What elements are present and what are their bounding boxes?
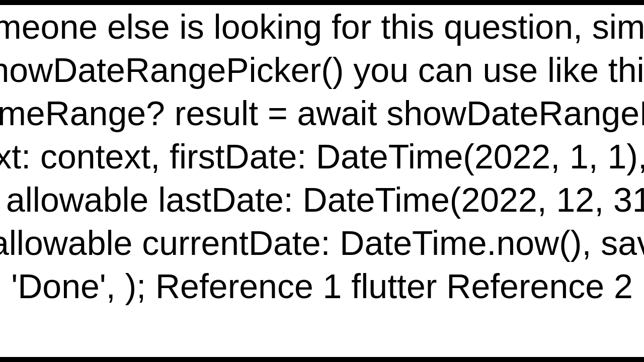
answer-body-text: e: If someone else is looking for this q… [0, 5, 644, 308]
document-frame: e: If someone else is looking for this q… [0, 5, 644, 357]
